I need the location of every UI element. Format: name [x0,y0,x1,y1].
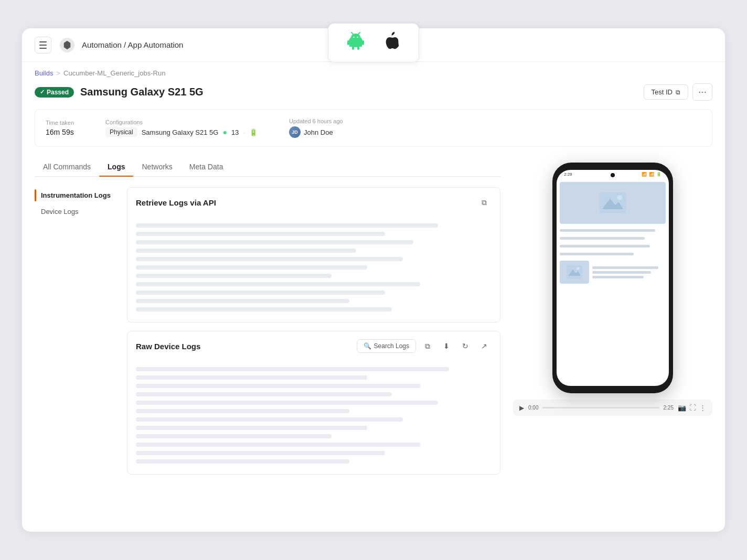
svg-point-17 [577,267,580,270]
raw-device-logs-content [127,361,500,474]
raw-device-logs-title: Raw Device Logs [136,342,200,351]
android-dot-icon: ● [222,128,227,136]
signal-icon: 📶 [649,172,654,177]
svg-rect-10 [352,46,354,50]
apple-platform-icon[interactable] [383,30,402,56]
video-bar: ▶ 0:00 2:25 📷 ⛶ ⋮ [513,400,712,416]
log-line [136,249,356,253]
copy-raw-logs-button[interactable]: ⧉ [420,339,435,353]
video-icons: 📷 ⛶ ⋮ [678,404,706,412]
sidebar-item-device-logs[interactable]: Device Logs [35,203,119,220]
main-card: Automation / App Automation [22,28,725,532]
phone-time: 2:29 [564,172,572,177]
retrieve-logs-header: Retrieve Logs via API ⧉ [127,188,500,217]
download-logs-button[interactable]: ⬇ [439,339,454,353]
log-line [136,401,438,405]
phone-text-line [592,271,651,274]
phone-text-group [592,266,666,278]
log-line [136,459,349,464]
svg-rect-2 [349,40,362,47]
phone-small-row [560,261,666,284]
physical-badge: Physical [105,127,137,137]
config-row: Physical Samsung Galaxy S21 5G ● 13 · 🔋 [105,127,258,137]
log-line [136,443,420,447]
refresh-logs-button[interactable]: ↻ [458,339,473,353]
log-line [136,375,367,380]
raw-device-logs-card: Raw Device Logs 🔍 Search Logs ⧉ ⬇ ↻ ↗ [127,331,500,475]
tab-networks[interactable]: Networks [133,157,180,176]
svg-rect-9 [362,40,364,45]
video-progress-track[interactable] [542,407,659,408]
android-version: 13 [231,128,239,136]
log-line [136,426,367,430]
info-bar: Time taken 16m 59s Configurations Physic… [35,109,712,147]
page-header-left: Passed Samsung Galaxy S21 5G [35,86,204,98]
log-line [136,265,367,270]
log-line [136,282,420,286]
status-badge: Passed [35,87,74,98]
log-cards: Retrieve Logs via API ⧉ [127,187,500,475]
platform-selector[interactable] [328,23,419,62]
page-header: Passed Samsung Galaxy S21 5G Test ID ⧉ ⋯ [22,81,725,109]
breadcrumb-separator: > [56,69,60,77]
tab-all-commands[interactable]: All Commands [35,157,99,176]
log-line [136,307,392,311]
svg-point-4 [353,37,354,38]
phone-image-large [560,182,666,224]
phone-text-line [560,229,655,232]
retrieve-logs-card: Retrieve Logs via API ⧉ [127,187,500,322]
log-line [136,299,349,303]
copy-logs-button[interactable]: ⧉ [477,195,492,210]
tab-meta-data[interactable]: Meta Data [181,157,232,176]
logo-icon [58,36,77,55]
svg-line-7 [358,33,360,34]
log-line [136,434,332,438]
sidebar-item-instrumentation-logs[interactable]: Instrumentation Logs [35,187,119,203]
fullscreen-icon[interactable]: ⛶ [689,404,696,412]
retrieve-logs-content [127,217,500,322]
user-row: JD John Doe [289,126,343,138]
play-button[interactable]: ▶ [519,404,524,412]
external-link-button[interactable]: ↗ [477,339,492,353]
log-line [136,240,413,244]
retrieve-logs-actions: ⧉ [477,195,492,210]
nav-title: Automation / App Automation [82,40,183,49]
updated-group: Updated 6 hours ago JD John Doe [289,118,343,138]
extra-icon: 🔋 [249,128,258,136]
device-config-value: Samsung Galaxy S21 5G [142,128,219,136]
phone-wrapper: 2:29 📶 📶 🔋 [552,163,673,393]
log-line [136,367,449,371]
svg-point-14 [617,195,622,200]
log-line [136,409,349,413]
test-id-button[interactable]: Test ID ⧉ [644,84,688,100]
hamburger-button[interactable] [35,37,51,53]
svg-rect-11 [357,46,359,50]
phone-status-icons: 📶 📶 🔋 [642,172,661,177]
left-panel: All Commands Logs Networks Meta Data Ins… [35,157,500,475]
main-content: All Commands Logs Networks Meta Data Ins… [22,157,725,487]
log-line [136,417,403,422]
video-more-icon[interactable]: ⋮ [699,404,706,412]
breadcrumb: Builds > Cucumber-ML_Generic_jobs-Run [22,62,725,81]
search-logs-button[interactable]: 🔍 Search Logs [357,339,416,353]
configurations-label: Configurations [105,119,258,125]
phone-camera [611,173,615,177]
sidebar-nav: Instrumentation Logs Device Logs [35,187,119,475]
user-name: John Doe [304,128,333,136]
android-platform-icon[interactable] [345,30,366,56]
phone-text-line [592,276,644,278]
top-nav: Automation / App Automation [22,28,725,62]
raw-device-logs-actions: 🔍 Search Logs ⧉ ⬇ ↻ ↗ [357,339,492,353]
search-icon: 🔍 [364,342,371,350]
copy-icon: ⧉ [676,89,680,96]
time-taken-group: Time taken 16m 59s [46,120,74,136]
phone-device: 2:29 📶 📶 🔋 [552,163,673,393]
avatar: JD [289,126,301,138]
more-options-button[interactable]: ⋯ [692,83,712,101]
video-time-start: 0:00 [528,405,538,411]
log-line [136,274,332,278]
tab-logs[interactable]: Logs [99,157,133,176]
updated-label: Updated 6 hours ago [289,118,343,124]
device-name: Samsung Galaxy S21 5G [80,86,204,98]
breadcrumb-builds-link[interactable]: Builds [35,69,53,77]
